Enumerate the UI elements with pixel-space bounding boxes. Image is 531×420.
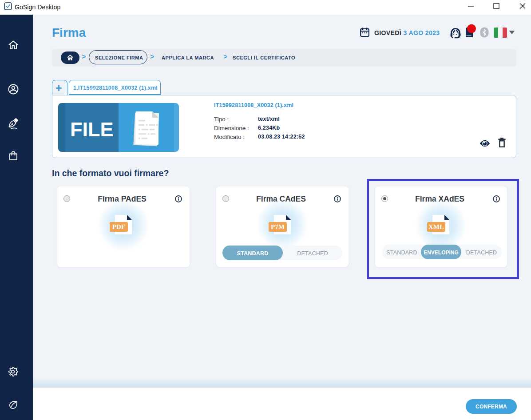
svg-text:PDF: PDF — [112, 223, 125, 230]
svg-text:XML: XML — [428, 223, 444, 230]
svg-text:P7M: P7M — [271, 223, 285, 230]
